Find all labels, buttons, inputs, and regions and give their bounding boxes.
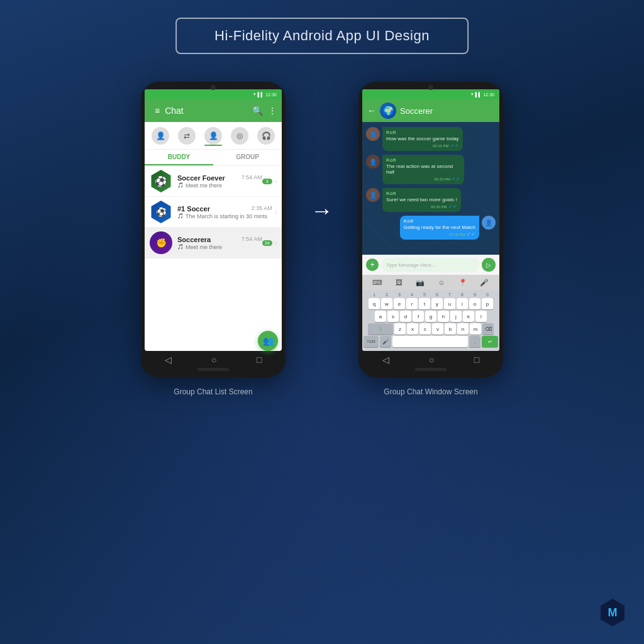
kb-x[interactable]: x xyxy=(407,323,418,335)
story-icon-3[interactable]: 👤 xyxy=(204,127,222,145)
emoji-icon[interactable]: ☺ xyxy=(438,279,445,286)
kb-hint-0: 0 xyxy=(482,292,493,297)
keyboard-icon[interactable]: ⌨ xyxy=(372,279,382,287)
chat-avatar-3: ✊ xyxy=(150,231,172,254)
tick-1: ✓✓ xyxy=(450,143,459,148)
kb-h[interactable]: h xyxy=(438,311,449,322)
kb-s[interactable]: s xyxy=(387,311,399,322)
app-title: Chat xyxy=(165,106,247,116)
direction-arrow: → xyxy=(311,197,333,224)
story-icon-1[interactable]: 👤 xyxy=(152,127,169,145)
recents-nav-r[interactable]: □ xyxy=(474,355,479,365)
kb-hint-5: 5 xyxy=(419,292,430,297)
kb-space[interactable] xyxy=(392,336,468,347)
kb-mic[interactable]: 🎤 xyxy=(380,336,391,347)
send-button[interactable]: ▷ xyxy=(482,258,496,272)
kb-w[interactable]: w xyxy=(381,298,392,309)
nav-bar-right: ◁ ○ □ xyxy=(362,352,499,367)
msg-sender-4: Kofi xyxy=(404,218,475,224)
kb-v[interactable]: v xyxy=(432,323,443,335)
kb-backspace[interactable]: ⌫ xyxy=(482,323,494,335)
msg-meta-4: 07:30 PM ✓✓ xyxy=(404,231,475,237)
tab-group[interactable]: GROUP xyxy=(213,150,282,165)
chat-avatar-2: ⚽ xyxy=(150,201,172,223)
nav-bar-left: ◁ ○ □ xyxy=(145,352,282,367)
tab-buddy[interactable]: BUDDY xyxy=(145,150,213,165)
kb-l[interactable]: l xyxy=(475,311,487,322)
arrow-container: → xyxy=(311,197,333,224)
kb-hint-1: 1 xyxy=(369,292,380,297)
screen-left: ▾ ▌▌ 12:30 ≡ Chat 🔍 ⋮ 👤 ⇄ 👤 ◎ � xyxy=(145,89,282,351)
kb-row-3: ⇧ z x c v b n m ⌫ xyxy=(364,323,498,335)
input-bar: + Type Message Here... ▷ xyxy=(362,255,499,275)
status-time-left: 12:30 xyxy=(265,92,277,97)
kb-hint-8: 8 xyxy=(457,292,468,297)
page-title: Hi-Fidelity Android App UI Design xyxy=(214,28,430,43)
msg-row-1: 👤 Kofi How was the soccer game today 06:… xyxy=(366,127,496,151)
kb-c[interactable]: c xyxy=(419,323,431,335)
kb-f[interactable]: f xyxy=(413,311,424,322)
story-icon-2[interactable]: ⇄ xyxy=(178,127,196,145)
kb-r[interactable]: r xyxy=(406,298,418,309)
kb-e[interactable]: e xyxy=(394,298,405,309)
kb-q[interactable]: q xyxy=(369,298,380,309)
status-bar-right: ▾ ▌▌ 12:30 xyxy=(362,89,499,99)
signal-icon: ▌▌ xyxy=(258,92,264,97)
kb-m[interactable]: m xyxy=(470,323,481,335)
search-icon[interactable]: 🔍 xyxy=(252,106,263,116)
kb-y[interactable]: y xyxy=(431,298,443,309)
kb-g[interactable]: g xyxy=(425,311,436,322)
chat-item-3[interactable]: ✊ Soccerera 7:54 AM 🎵 Meet me there 3 xyxy=(145,228,282,258)
kb-i[interactable]: i xyxy=(457,298,468,309)
kb-k[interactable]: k xyxy=(463,311,474,322)
phones-container: ▾ ▌▌ 12:30 ≡ Chat 🔍 ⋮ 👤 ⇄ 👤 ◎ � xyxy=(141,82,503,377)
msg-meta-1: 06:10 PM ✓✓ xyxy=(386,143,459,148)
kb-n[interactable]: n xyxy=(457,323,469,335)
story-icon-4[interactable]: ◎ xyxy=(231,127,248,145)
mic-toolbar-icon[interactable]: 🎤 xyxy=(480,279,489,287)
chat-list: ⚽ Soccer Foever 7:54 AM 🎵 Meet me there xyxy=(145,166,282,351)
kb-j[interactable]: j xyxy=(450,311,462,322)
kb-b[interactable]: b xyxy=(445,323,456,335)
image-icon[interactable]: 🖼 xyxy=(396,279,402,286)
input-placeholder: Type Message Here... xyxy=(386,262,435,268)
kb-z[interactable]: z xyxy=(394,323,406,335)
more-icon[interactable]: ⋮ xyxy=(268,106,277,116)
camera-icon[interactable]: 📷 xyxy=(416,279,425,287)
kb-a[interactable]: a xyxy=(375,311,386,322)
msg-text-1: How was the soccer game today xyxy=(386,136,459,142)
tick-4: ✓✓ xyxy=(467,231,475,237)
story-icon-5[interactable]: 🎧 xyxy=(257,127,275,145)
kb-shift[interactable]: ⇧ xyxy=(368,323,393,335)
kb-enter[interactable]: ↵ xyxy=(482,336,498,347)
add-attachment-button[interactable]: + xyxy=(366,258,379,271)
kb-123[interactable]: ?123 xyxy=(364,336,379,347)
recents-nav[interactable]: □ xyxy=(257,355,262,365)
menu-icon[interactable]: ≡ xyxy=(155,106,160,116)
message-input[interactable]: Type Message Here... xyxy=(381,258,479,272)
chat-item-2[interactable]: ⚽ #1 Soccer 2:35 AM 🎵 The March is start… xyxy=(145,197,282,228)
kb-u[interactable]: u xyxy=(444,298,455,309)
back-button[interactable]: ← xyxy=(367,106,376,116)
back-nav[interactable]: ◁ xyxy=(165,355,172,365)
chat-badge-1: 3 xyxy=(262,179,272,184)
kb-t[interactable]: t xyxy=(419,298,430,309)
back-nav-r[interactable]: ◁ xyxy=(382,355,389,365)
kb-p[interactable]: p xyxy=(482,298,493,309)
chat-messages: 👤 Kofi How was the soccer game today 06:… xyxy=(362,122,499,255)
kb-d[interactable]: d xyxy=(400,311,411,322)
tabs: BUDDY GROUP xyxy=(145,150,282,166)
location-icon[interactable]: 📍 xyxy=(458,279,467,287)
chat-item-1[interactable]: ⚽ Soccer Foever 7:54 AM 🎵 Meet me there xyxy=(145,166,282,197)
kb-period[interactable]: . xyxy=(469,336,480,347)
fab-button[interactable]: 👥 xyxy=(258,331,278,351)
kb-hint-3: 3 xyxy=(394,292,405,297)
kb-o[interactable]: o xyxy=(469,298,480,309)
chat-name-3: Soccerera 7:54 AM xyxy=(177,236,262,243)
home-nav[interactable]: ○ xyxy=(211,355,216,365)
screen-right: ▾ ▌▌ 12:30 ← 🌍 Soccerer 👤 Kofi xyxy=(362,89,499,351)
kb-hint-2: 2 xyxy=(381,292,392,297)
phone-left: ▾ ▌▌ 12:30 ≡ Chat 🔍 ⋮ 👤 ⇄ 👤 ◎ � xyxy=(141,82,286,377)
home-nav-r[interactable]: ○ xyxy=(429,355,434,365)
msg-row-2: 👤 Kofi The real action was at second hal… xyxy=(366,155,496,184)
